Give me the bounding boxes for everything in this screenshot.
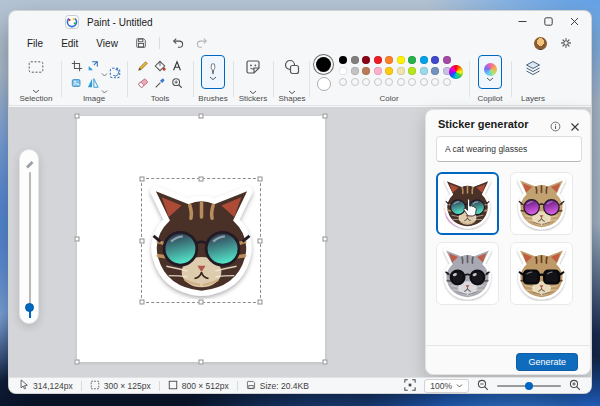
color-swatch[interactable]	[362, 67, 370, 75]
empty-color-slot[interactable]	[397, 78, 405, 86]
panel-close-icon[interactable]	[570, 118, 580, 136]
zoom-out-icon[interactable]	[477, 377, 489, 395]
selection-tool-icon[interactable]	[28, 59, 44, 75]
close-button[interactable]	[561, 11, 587, 32]
sticker-thumbnail-cat-tabby-thick-glasses[interactable]	[510, 242, 573, 305]
color-swatch[interactable]	[408, 56, 416, 64]
menu-view[interactable]: View	[87, 36, 127, 51]
color-swatch[interactable]	[420, 67, 428, 75]
color-swatch[interactable]	[443, 56, 451, 64]
canvas-resize-handle[interactable]	[75, 360, 80, 365]
canvas-resize-handle[interactable]	[199, 360, 204, 365]
canvas-resize-handle[interactable]	[323, 114, 328, 119]
crop-icon[interactable]	[71, 60, 83, 72]
fit-to-screen-icon[interactable]	[404, 377, 416, 395]
color-swatch[interactable]	[397, 67, 405, 75]
layers-icon[interactable]	[525, 60, 541, 76]
canvas-cat-sticker[interactable]	[143, 182, 260, 300]
color-swatch[interactable]	[431, 67, 439, 75]
canvas-resize-handle[interactable]	[323, 237, 328, 242]
sticker-generator-panel: Sticker generator Generate	[425, 109, 591, 375]
color-swatch[interactable]	[431, 56, 439, 64]
copilot-button[interactable]	[478, 55, 502, 89]
settings-gear-icon[interactable]	[560, 37, 572, 49]
redo-icon[interactable]	[196, 37, 208, 49]
empty-color-slot[interactable]	[385, 78, 393, 86]
rotate-icon[interactable]	[71, 77, 83, 89]
color-swatch[interactable]	[397, 56, 405, 64]
zoom-in-icon[interactable]	[569, 377, 581, 395]
selection-resize-handle[interactable]	[258, 300, 263, 305]
selection-box[interactable]	[141, 178, 261, 303]
fill-bucket-icon[interactable]	[154, 60, 166, 72]
magnifier-tool-icon[interactable]	[171, 77, 183, 89]
text-tool-icon[interactable]	[171, 60, 183, 72]
color-swatch[interactable]	[385, 67, 393, 75]
canvas-resize-handle[interactable]	[199, 114, 204, 119]
account-avatar[interactable]	[534, 37, 547, 50]
remove-background-icon[interactable]	[109, 67, 121, 79]
undo-icon[interactable]	[172, 37, 184, 49]
empty-color-slot[interactable]	[420, 78, 428, 86]
zoom-slider[interactable]	[497, 381, 561, 391]
eyedropper-icon[interactable]	[154, 77, 166, 89]
selection-resize-handle[interactable]	[140, 177, 145, 182]
sticker-thumbnail-cat-gray-round-glasses[interactable]	[436, 242, 499, 305]
sticker-icon[interactable]	[245, 59, 261, 75]
secondary-color-swatch[interactable]	[317, 77, 331, 91]
color-swatch[interactable]	[362, 56, 370, 64]
selection-resize-handle[interactable]	[258, 238, 263, 243]
minimize-button[interactable]	[509, 11, 535, 32]
empty-color-slot[interactable]	[362, 78, 370, 86]
color-swatch[interactable]	[339, 56, 347, 64]
slider-track[interactable]	[29, 172, 31, 318]
shapes-icon[interactable]	[284, 59, 300, 75]
maximize-button[interactable]	[535, 11, 561, 32]
empty-color-slot[interactable]	[431, 78, 439, 86]
drawing-canvas[interactable]	[77, 116, 325, 362]
selection-resize-handle[interactable]	[140, 238, 145, 243]
color-swatch[interactable]	[351, 56, 359, 64]
canvas-resize-handle[interactable]	[323, 360, 328, 365]
color-swatch[interactable]	[374, 67, 382, 75]
selection-resize-handle[interactable]	[199, 177, 204, 182]
empty-color-slot[interactable]	[443, 78, 451, 86]
eraser-icon[interactable]	[137, 77, 149, 89]
generate-button[interactable]: Generate	[516, 353, 578, 371]
pencil-icon[interactable]	[137, 60, 149, 72]
selection-resize-handle[interactable]	[140, 300, 145, 305]
canvas-resize-handle[interactable]	[75, 114, 80, 119]
color-swatch[interactable]	[385, 56, 393, 64]
color-swatch[interactable]	[351, 67, 359, 75]
menu-edit[interactable]: Edit	[52, 36, 87, 51]
color-swatch[interactable]	[339, 67, 347, 75]
brushes-button[interactable]	[201, 55, 225, 89]
zoom-level-dropdown[interactable]: 100%	[424, 379, 469, 393]
resize-chevron-icon[interactable]	[101, 63, 108, 81]
color-swatch[interactable]	[420, 56, 428, 64]
slider-thumb[interactable]	[25, 303, 34, 312]
brush-size-slider[interactable]	[19, 149, 39, 324]
info-icon[interactable]	[550, 118, 561, 136]
menu-file[interactable]: File	[18, 36, 52, 51]
sticker-thumbnail-cat-purple-aviators[interactable]	[510, 172, 573, 235]
color-swatch[interactable]	[374, 56, 382, 64]
empty-color-slot[interactable]	[408, 78, 416, 86]
primary-color-swatch[interactable]	[316, 57, 331, 72]
save-icon[interactable]	[135, 37, 147, 49]
canvas-resize-handle[interactable]	[75, 237, 80, 242]
color-swatch[interactable]	[408, 67, 416, 75]
desktop-wallpaper: Paint - Untitled FileEditView	[0, 0, 600, 406]
edit-colors-icon[interactable]	[449, 65, 463, 79]
empty-color-slot[interactable]	[374, 78, 382, 86]
prompt-input[interactable]	[436, 136, 582, 162]
ribbon-toolbar: Selection Image Tools	[9, 53, 591, 106]
sticker-thumbnail-cat-teal-aviators[interactable]	[436, 172, 499, 235]
flip-icon[interactable]	[87, 77, 99, 89]
selection-resize-handle[interactable]	[199, 300, 204, 305]
selection-resize-handle[interactable]	[258, 177, 263, 182]
empty-color-slot[interactable]	[339, 78, 347, 86]
resize-icon[interactable]	[87, 60, 99, 72]
empty-color-slot[interactable]	[351, 78, 359, 86]
zoom-slider-thumb[interactable]	[525, 382, 533, 390]
